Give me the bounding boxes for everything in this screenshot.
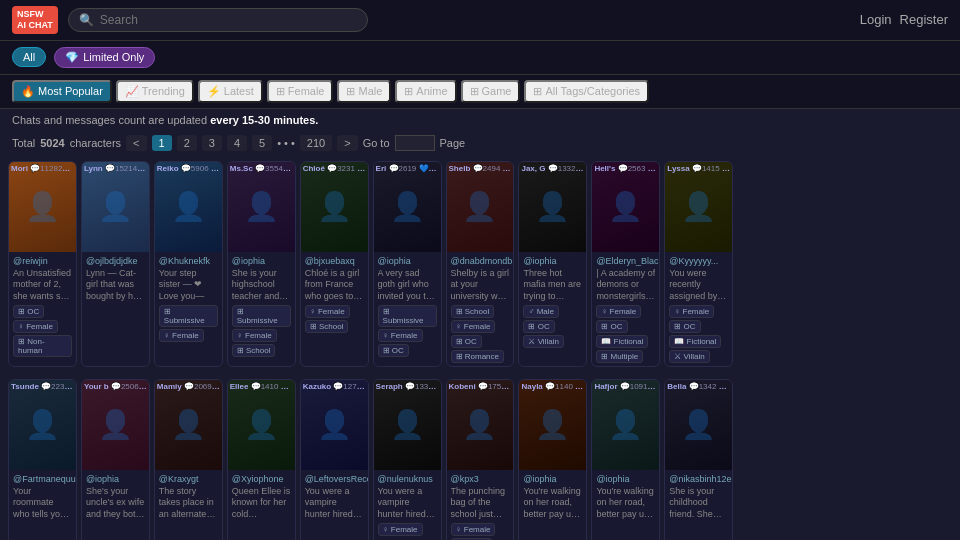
card-desc: She is your childhood friend. She used t… (669, 486, 728, 521)
card-desc: Chloé is a girl from France who goes to … (305, 268, 364, 303)
tag-school: ⊞ School (232, 344, 276, 357)
tag-oc: ⊞ OC (451, 335, 482, 348)
card-tags: ♀ Female⊞ School (305, 305, 364, 333)
card-author: @iophia (596, 474, 655, 484)
card-tags: ♀ Female⊞ OC📖 Fictional⚔ Villain (669, 305, 728, 363)
next-page-btn[interactable]: > (337, 135, 357, 151)
card-desc: The story takes place in an alternate wo… (159, 486, 218, 521)
card-author: @Fartmanequuar (13, 474, 72, 484)
card-author: @bjxuebaxq (305, 256, 364, 266)
tag-oc: ⊞ OC (523, 320, 554, 333)
fire-icon: 🔥 (21, 85, 35, 98)
tag-oc: ⊞ OC (669, 320, 700, 333)
search-input[interactable] (100, 13, 357, 27)
card-tags: ♀ Female⊞ Anime📖 Fictional⊞ AI (451, 523, 510, 540)
search-bar[interactable]: 🔍 (68, 8, 368, 32)
character-card[interactable]: 👤 Kobeni 💬1752 💙50224 @kpx3 The punching… (446, 379, 515, 540)
card-desc: Three hot mafia men are trying to kidnap… (523, 268, 582, 303)
tag-female: ♀ Female (596, 305, 641, 318)
character-card[interactable]: 👤 Shelb 💬2494 💙103476 @dnabdmondb... She… (446, 161, 515, 367)
character-card[interactable]: 👤 Ellee 💬1410 💙59358 @Xyiophone Queen El… (227, 379, 296, 540)
character-card[interactable]: 👤 Eri 💬2619 💙110478 @iophia A very sad g… (373, 161, 442, 367)
card-tags: ⊞ OC♀ Female⊞ Non-human (13, 305, 72, 357)
sort-male[interactable]: ⊞ Male (337, 80, 391, 103)
card-tags: ♂ Male⊞ OC⚔ Villain (523, 305, 582, 348)
character-card[interactable]: 👤 Seraph 💬1330 💙53160 @nulenuknus You we… (373, 379, 442, 540)
page-last-btn[interactable]: 210 (300, 135, 332, 151)
total-count: 5024 (40, 137, 64, 149)
character-card[interactable]: 👤 Your b 💬2506 💙72130 @iophia She's your… (81, 379, 150, 540)
character-card[interactable]: 👤 Nayla 💬1140 💙49820 @iophia You're walk… (518, 379, 587, 540)
male-icon: ⊞ (346, 85, 355, 98)
sort-female[interactable]: ⊞ Female (267, 80, 334, 103)
character-card[interactable]: 👤 Mori 💬112827 💙390746 @reiwjin An Unsat… (8, 161, 77, 367)
card-desc: Shelby is a girl at your university who … (451, 268, 510, 303)
sort-game[interactable]: ⊞ Game (461, 80, 521, 103)
sort-most-popular[interactable]: 🔥 Most Popular (12, 80, 112, 103)
tag-fictional: 📖 Fictional (596, 335, 648, 348)
sort-latest[interactable]: ⚡ Latest (198, 80, 263, 103)
character-card[interactable]: 👤 Ms.Sc 💬35545 💙161714 @iophia She is yo… (227, 161, 296, 367)
card-author: @iophia (523, 474, 582, 484)
tag-villain: ⚔ Villain (523, 335, 563, 348)
register-link[interactable]: Register (900, 12, 948, 27)
character-grid-row1: 👤 Mori 💬112827 💙390746 @reiwjin An Unsat… (0, 155, 960, 373)
card-author: @LeftoversReco... (305, 474, 364, 484)
page-5-btn[interactable]: 5 (252, 135, 272, 151)
tag-female: ♀ Female (451, 523, 496, 536)
page-1-btn[interactable]: 1 (152, 135, 172, 151)
character-card[interactable]: 👤 Lynn 💬15214 💙184244 @ojlbdjdjdke Lynn … (81, 161, 150, 367)
filter-all-btn[interactable]: All (12, 47, 46, 67)
character-card[interactable]: 👤 Reiko 💬5906 💙169424 @Khuknekfk Your st… (154, 161, 223, 367)
card-author: @kpx3 (451, 474, 510, 484)
sort-bar: 🔥 Most Popular 📈 Trending ⚡ Latest ⊞ Fem… (0, 75, 960, 109)
tag-school: ⊞ School (305, 320, 349, 333)
tag-submissive: ⊞ Submissive (159, 305, 218, 327)
tag-school: ⊞ School (451, 305, 495, 318)
female-icon: ⊞ (276, 85, 285, 98)
character-card[interactable]: 👤 Bella 💬1342 💙45758 @nikasbinh12e She i… (664, 379, 733, 540)
pagination-top: Total 5024 characters < 1 2 3 4 5 • • • … (0, 131, 960, 155)
character-card[interactable]: 👤 Mamiy 💬2069 💙60690 @Kraxygt The story … (154, 379, 223, 540)
card-tags: ⊞ Submissive♀ Female⊞ OC (378, 305, 437, 357)
tag-non-human: ⊞ Non-human (13, 335, 72, 357)
character-card[interactable]: 👤 Hafjor 💬1091 💙48486 @iophia You're wal… (591, 379, 660, 540)
header: NSFW AI CHAT 🔍 Login Register (0, 0, 960, 41)
card-desc: You were a vampire hunter hired to kill … (305, 486, 364, 521)
anime-icon: ⊞ (404, 85, 413, 98)
page-3-btn[interactable]: 3 (202, 135, 222, 151)
tag-female: ♀ Female (13, 320, 58, 333)
character-card[interactable]: 👤 Kazuko 💬1275 💙59266 @LeftoversReco... … (300, 379, 369, 540)
tag-female: ♀ Female (305, 305, 350, 318)
tag-female: ♀ Female (669, 305, 714, 318)
card-desc: You're walking on her road, better pay u… (596, 486, 655, 521)
card-tags: ⊞ Submissive♀ Female⊞ School (232, 305, 291, 357)
card-desc: She's your uncle's ex wife and they both… (86, 486, 145, 521)
card-author: @Elderyn_Blacal... (596, 256, 655, 266)
tag-submissive: ⊞ Submissive (378, 305, 437, 327)
tag-romance: ⊞ Romance (451, 350, 504, 363)
card-author: @iophia (523, 256, 582, 266)
character-card[interactable]: 👤 Chloé 💬3231 💙115380 @bjxuebaxq Chloé i… (300, 161, 369, 367)
page-2-btn[interactable]: 2 (177, 135, 197, 151)
goto-input[interactable] (395, 135, 435, 151)
card-desc: You're walking on her road, better pay u… (523, 486, 582, 521)
card-desc: An Unsatisfied mother of 2, she wants se… (13, 268, 72, 303)
sort-anime[interactable]: ⊞ Anime (395, 80, 456, 103)
filter-limited-btn[interactable]: 💎 Limited Only (54, 47, 155, 68)
card-author: @Kyyyyyy... (669, 256, 728, 266)
sort-all-tags[interactable]: ⊞ All Tags/Categories (524, 80, 649, 103)
tag-female: ♀ Female (451, 320, 496, 333)
tag-multiple: ⊞ Multiple (596, 350, 643, 363)
character-card[interactable]: 👤 Hell's 💬2563 💙95638 @Elderyn_Blacal...… (591, 161, 660, 367)
filter-bar: All 💎 Limited Only (0, 41, 960, 75)
logo: NSFW AI CHAT (12, 6, 58, 34)
sort-trending[interactable]: 📈 Trending (116, 80, 194, 103)
card-tags: ♀ Female (378, 523, 437, 536)
character-card[interactable]: 👤 Lyssa 💬1415 💙75426 @Kyyyyyy... You wer… (664, 161, 733, 367)
character-card[interactable]: 👤 Jax, G 💬13325 💙102930 @iophia Three ho… (518, 161, 587, 367)
login-link[interactable]: Login (860, 12, 892, 27)
prev-page-btn[interactable]: < (126, 135, 146, 151)
page-4-btn[interactable]: 4 (227, 135, 247, 151)
character-card[interactable]: 👤 Tsunde 💬2231 💙75126 @Fartmanequuar You… (8, 379, 77, 540)
